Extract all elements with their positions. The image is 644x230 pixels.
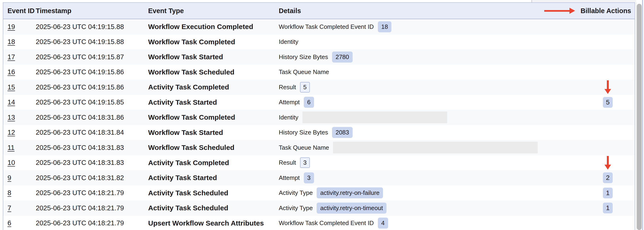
- top-strip: [0, 0, 644, 2]
- column-header-details[interactable]: Details: [279, 7, 301, 15]
- detail-label: Task Queue Name: [279, 144, 329, 151]
- table-row: 8 2025-06-23 UTC 04:18:21.79 Activity Ta…: [3, 185, 635, 201]
- right-edge-background: [643, 0, 644, 230]
- detail-label: Workflow Task Completed Event ID: [279, 23, 374, 31]
- detail-label: Result: [279, 84, 296, 91]
- event-details: History Size Bytes 2780: [279, 52, 590, 63]
- event-id-cell: 12: [3, 129, 36, 136]
- detail-value-badge: 2780: [332, 52, 352, 63]
- table-row: 11 2025-06-23 UTC 04:18:31.83 Workflow T…: [3, 140, 635, 155]
- vertical-scrollbar-thumb[interactable]: [637, 4, 642, 230]
- red-arrow-down-icon: [604, 80, 611, 94]
- event-id-cell: 19: [3, 23, 36, 31]
- event-id-link[interactable]: 18: [8, 38, 15, 45]
- detail-value-badge: 6: [304, 97, 314, 108]
- event-id-cell: 10: [3, 159, 36, 167]
- event-type: Activity Task Started: [148, 98, 279, 106]
- event-type: Workflow Task Scheduled: [148, 68, 279, 76]
- event-type: Workflow Task Started: [148, 129, 279, 137]
- billable-actions-cell: [590, 65, 625, 80]
- event-timestamp: 2025-06-23 UTC 04:18:21.79: [36, 204, 148, 212]
- detail-label: Result: [279, 159, 296, 166]
- detail-value-badge: activity.retry-on-timeout: [317, 203, 386, 214]
- column-header-timestamp[interactable]: Timestamp: [36, 7, 148, 15]
- event-id-link[interactable]: 15: [8, 83, 15, 91]
- event-id-link[interactable]: 13: [8, 113, 15, 121]
- billable-actions-cell: [590, 216, 625, 230]
- billable-actions-label: Billable Actions: [581, 7, 631, 15]
- event-id-cell: 8: [3, 189, 36, 197]
- event-id-link[interactable]: 10: [8, 159, 15, 166]
- redacted-value-box: [333, 142, 538, 153]
- event-id-link[interactable]: 16: [8, 68, 15, 76]
- table-row: 16 2025-06-23 UTC 04:19:15.86 Workflow T…: [3, 65, 635, 80]
- event-type: Activity Task Scheduled: [148, 189, 279, 197]
- event-timestamp: 2025-06-23 UTC 04:18:31.82: [36, 174, 148, 182]
- event-type: Workflow Task Scheduled: [148, 144, 279, 152]
- event-details: Result 3: [279, 157, 590, 168]
- event-timestamp: 2025-06-23 UTC 04:18:31.86: [36, 113, 148, 121]
- billable-actions-badge: 2: [603, 172, 613, 183]
- event-details: Activity Type activity.retry-on-failure: [279, 187, 590, 198]
- billable-actions-cell: [590, 80, 625, 95]
- detail-label: Task Queue Name: [279, 68, 329, 76]
- event-timestamp: 2025-06-23 UTC 04:18:21.79: [36, 219, 148, 227]
- detail-result-badge: 3: [300, 157, 310, 168]
- event-id-cell: 9: [3, 174, 36, 182]
- billable-actions-cell: [590, 125, 625, 140]
- event-id-link[interactable]: 19: [8, 23, 15, 31]
- event-id-cell: 18: [3, 38, 36, 46]
- table-body: 19 2025-06-23 UTC 04:19:15.88 Workflow E…: [3, 19, 635, 230]
- detail-label: Attempt: [279, 99, 300, 106]
- event-type: Upsert Workflow Search Attributes: [148, 219, 279, 227]
- event-id-link[interactable]: 6: [8, 219, 11, 227]
- billable-actions-cell: [590, 19, 625, 34]
- event-id-link[interactable]: 17: [8, 53, 15, 61]
- billable-actions-cell: [590, 49, 625, 65]
- column-header-event-type[interactable]: Event Type: [148, 7, 279, 15]
- event-id-link[interactable]: 12: [8, 129, 15, 136]
- event-id-cell: 17: [3, 53, 36, 61]
- detail-label: History Size Bytes: [279, 53, 328, 61]
- detail-label: Identity: [279, 114, 298, 121]
- event-history-table: Event ID Timestamp Event Type Details Bi…: [3, 2, 635, 230]
- billable-actions-cell: 2: [590, 170, 625, 185]
- event-details: Identity: [279, 38, 590, 45]
- redacted-value-box: [302, 111, 447, 123]
- detail-value-badge: 4: [378, 217, 388, 228]
- billable-actions-badge: 1: [603, 203, 613, 213]
- table-row: 7 2025-06-23 UTC 04:18:21.79 Activity Ta…: [3, 200, 635, 216]
- event-id-link[interactable]: 11: [8, 144, 14, 151]
- event-type: Workflow Task Completed: [148, 113, 279, 121]
- detail-result-badge: 5: [300, 82, 310, 92]
- table-row: 18 2025-06-23 UTC 04:19:15.88 Workflow T…: [3, 34, 635, 50]
- event-details: Attempt 6: [279, 97, 590, 108]
- detail-label: Attempt: [279, 174, 300, 181]
- event-details: Task Queue Name: [279, 142, 590, 153]
- event-type: Activity Task Scheduled: [148, 204, 279, 212]
- billable-actions-badge: 5: [603, 97, 613, 108]
- column-header-event-id[interactable]: Event ID: [3, 7, 36, 15]
- event-id-link[interactable]: 8: [8, 189, 11, 196]
- event-details: Attempt 3: [279, 172, 590, 183]
- billable-actions-cell: [590, 110, 625, 125]
- detail-value-badge: activity.retry-on-failure: [317, 187, 383, 198]
- detail-label: Workflow Task Completed Event ID: [279, 219, 374, 227]
- event-id-link[interactable]: 14: [8, 98, 15, 106]
- red-arrow-right-icon: [544, 8, 575, 14]
- table-row: 17 2025-06-23 UTC 04:19:15.87 Workflow T…: [3, 49, 635, 65]
- event-timestamp: 2025-06-23 UTC 04:18:31.83: [36, 159, 148, 167]
- detail-label: Activity Type: [279, 204, 313, 212]
- event-timestamp: 2025-06-23 UTC 04:19:15.86: [36, 83, 148, 91]
- event-details: Task Queue Name: [279, 68, 590, 76]
- event-id-link[interactable]: 7: [8, 204, 11, 212]
- event-timestamp: 2025-06-23 UTC 04:19:15.86: [36, 68, 148, 76]
- event-type: Workflow Execution Completed: [148, 23, 279, 31]
- event-details: Workflow Task Completed Event ID 18: [279, 21, 590, 32]
- event-details: History Size Bytes 2083: [279, 127, 590, 138]
- detail-label: History Size Bytes: [279, 129, 328, 136]
- table-row: 14 2025-06-23 UTC 04:19:15.85 Activity T…: [3, 95, 635, 110]
- billable-actions-cell: [590, 140, 625, 155]
- event-id-link[interactable]: 9: [8, 174, 11, 181]
- table-row: 13 2025-06-23 UTC 04:18:31.86 Workflow T…: [3, 110, 635, 125]
